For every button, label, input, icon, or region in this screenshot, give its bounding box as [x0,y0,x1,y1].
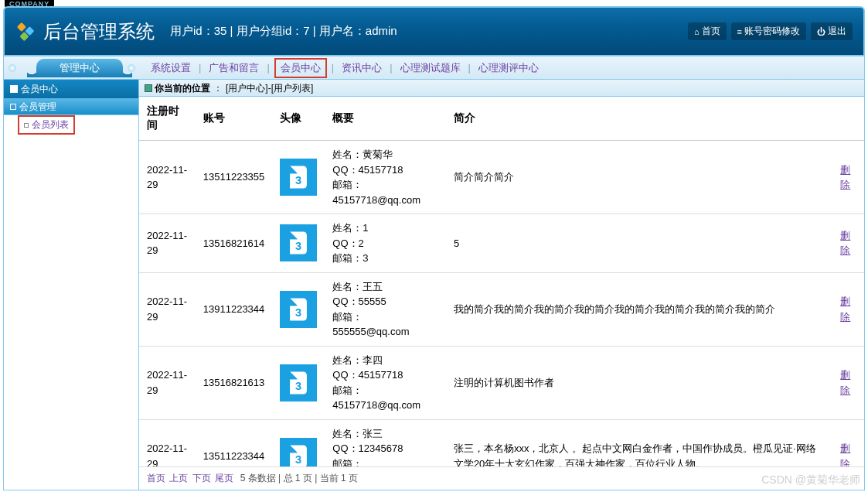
logo-icon [15,21,37,43]
avatar-icon: 3 [280,159,317,196]
cell-avatar: 3 [272,214,325,273]
avatar-icon: 3 [280,438,317,467]
cell-action: 删除 [832,346,864,419]
cell-time: 2022-11-29 [139,141,196,214]
table-row: 2022-11-29135112233553姓名：黄菊华QQ：45157718邮… [139,141,864,214]
breadcrumb: 你当前的位置：[用户中心]-[用户列表] [139,80,864,97]
cell-summary: 姓名：黄菊华QQ：45157718邮箱：45157718@qq.com [325,141,446,214]
sidebar: 会员中心 会员管理 会员列表 [4,80,139,490]
cell-account: 13911223344 [196,272,273,346]
cell-time: 2022-11-29 [139,346,196,419]
cell-action: 删除 [832,214,864,273]
svg-text:3: 3 [295,379,301,391]
sidebar-head: 会员中心 [4,80,138,98]
table-header: 注册时间 [139,97,196,141]
cell-action: 删除 [832,272,864,346]
list-icon: ≡ [737,27,742,36]
cell-avatar: 3 [272,419,325,466]
pager-last[interactable]: 尾页 [215,473,233,483]
delete-link[interactable]: 删除 [840,230,850,257]
delete-link[interactable]: 删除 [840,369,850,396]
table-header: 头像 [272,97,325,141]
menu-item[interactable]: 心理测评中心 [475,61,542,75]
table-header: 简介 [446,97,832,141]
home-icon: ⌂ [694,27,700,36]
system-title: 后台管理系统 [43,19,155,44]
cell-action: 删除 [832,419,864,466]
cell-time: 2022-11-29 [139,419,196,466]
avatar-icon: 3 [280,364,317,401]
svg-text:3: 3 [295,240,301,252]
cell-avatar: 3 [272,272,325,346]
svg-text:3: 3 [295,453,301,465]
cell-summary: 姓名：王五QQ：55555邮箱：555555@qq.com [325,272,446,346]
member-table: 注册时间账号头像概要简介 2022-11-29135112233553姓名：黄菊… [139,97,864,466]
menu-item[interactable]: 资讯中心 [339,61,385,75]
cell-account: 13511223355 [196,141,273,214]
cell-intro: 注明的计算机图书作者 [446,346,832,419]
logout-button[interactable]: ⏻退出 [811,22,853,40]
menubar: 管理中心 系统设置|广告和留言|会员中心|资讯中心|心理测试题库|心理测评中心 [3,56,865,80]
cell-account: 13516821613 [196,346,273,419]
cell-summary: 姓名：1QQ：2邮箱：3 [325,214,446,273]
topbar: 后台管理系统 用户id：35 | 用户分组id：7 | 用户名：admin ⌂首… [3,6,865,56]
cell-account: 13516821614 [196,214,273,273]
table-row: 2022-11-29135168216133姓名：李四QQ：45157718邮箱… [139,346,864,419]
svg-text:3: 3 [295,174,301,186]
avatar-icon: 3 [280,291,317,328]
menu-item[interactable]: 广告和留言 [206,61,262,75]
delete-link[interactable]: 删除 [840,164,850,191]
bullet-icon [24,123,29,128]
cell-avatar: 3 [272,141,325,214]
user-info: 用户id：35 | 用户分组id：7 | 用户名：admin [170,24,397,39]
square-icon [10,85,18,93]
sidebar-item-member-list[interactable]: 会员列表 [18,115,75,135]
password-change-button[interactable]: ≡账号密码修改 [731,22,806,40]
menu-item[interactable]: 系统设置 [148,61,194,75]
cell-intro: 我的简介我的简介我的简介我的简介我的简介我的简介我的简介我的简介 [446,272,832,346]
pager-next[interactable]: 下页 [192,473,211,483]
pager-first[interactable]: 首页 [147,473,165,483]
table-header: 账号 [196,97,273,141]
pager-current: 当前 1 页 [320,473,358,483]
delete-link[interactable]: 删除 [840,296,850,323]
cell-intro: 5 [446,214,832,273]
table-row: 2022-11-29139112233443姓名：王五QQ：55555邮箱：55… [139,272,864,346]
cell-intro: 张三，本名杨xxx，北京人 。起点中文网白金作者，中国作协成员。橙瓜见证·网络文… [446,419,832,466]
tab-management-center[interactable]: 管理中心 [36,59,123,77]
table-header: 概要 [325,97,446,141]
cell-intro: 简介简介简介 [446,141,832,214]
sidebar-group[interactable]: 会员管理 [4,98,138,115]
svg-text:3: 3 [295,306,301,318]
power-icon: ⏻ [817,27,825,36]
cell-time: 2022-11-29 [139,214,196,273]
cell-avatar: 3 [272,346,325,419]
cell-account: 13511223344 [196,419,273,466]
breadcrumb-icon [145,85,151,91]
avatar-icon: 3 [280,224,317,261]
menu-items: 系统设置|广告和留言|会员中心|资讯中心|心理测试题库|心理测评中心 [148,58,542,78]
pager: 首页 上页 下页 尾页 5 条数据 | 总 1 页 | 当前 1 页 [139,466,864,490]
cell-summary: 姓名：李四QQ：45157718邮箱：45157718@qq.com [325,346,446,419]
square-outline-icon [10,104,16,110]
pager-total: 总 1 页 [284,473,312,483]
svg-rect-0 [17,22,26,31]
knob-left-icon [9,64,16,72]
home-button[interactable]: ⌂首页 [688,22,727,40]
delete-link[interactable]: 删除 [840,442,850,466]
pager-count: 5 条数据 [240,473,276,483]
cell-summary: 姓名：张三QQ：12345678邮箱：12345678@qq.com [325,419,446,466]
cell-time: 2022-11-29 [139,272,196,346]
table-row: 2022-11-29135112233443姓名：张三QQ：12345678邮箱… [139,419,864,466]
menu-item[interactable]: 心理测试题库 [397,61,464,75]
cell-action: 删除 [832,141,864,214]
pager-prev[interactable]: 上页 [169,473,188,483]
content: 你当前的位置：[用户中心]-[用户列表] 注册时间账号头像概要简介 2022-1… [139,80,864,490]
table-header [832,97,864,141]
table-row: 2022-11-29135168216143姓名：1QQ：2邮箱：35删除 [139,214,864,273]
menu-item[interactable]: 会员中心 [274,58,327,78]
